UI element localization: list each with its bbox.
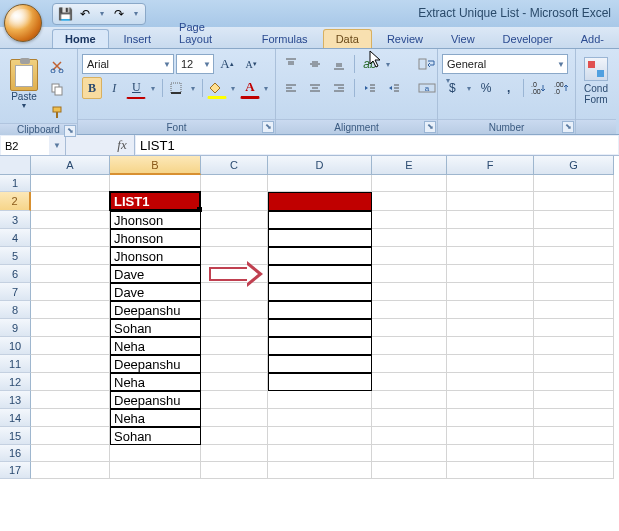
cell[interactable] xyxy=(268,247,372,265)
font-name-combo[interactable]: Arial▼ xyxy=(82,54,174,74)
tab-insert[interactable]: Insert xyxy=(111,29,165,48)
row-header[interactable]: 14 xyxy=(0,409,31,427)
cell[interactable] xyxy=(447,247,534,265)
tab-home[interactable]: Home xyxy=(52,29,109,48)
cell[interactable] xyxy=(31,355,110,373)
italic-button[interactable]: I xyxy=(104,77,124,99)
cell[interactable] xyxy=(201,409,268,427)
cell[interactable] xyxy=(447,462,534,479)
paste-button[interactable]: Paste ▼ xyxy=(4,53,44,117)
row-header[interactable]: 2 xyxy=(0,192,31,211)
cell[interactable]: Neha xyxy=(110,373,201,391)
cell[interactable] xyxy=(372,462,447,479)
row-header[interactable]: 10 xyxy=(0,337,31,355)
cell[interactable] xyxy=(201,319,268,337)
cell[interactable] xyxy=(268,355,372,373)
cell[interactable] xyxy=(201,445,268,462)
worksheet-grid[interactable]: ABCDEFG 1234567891011121314151617 LIST1J… xyxy=(0,156,619,531)
column-header[interactable]: C xyxy=(201,156,268,175)
cell[interactable] xyxy=(534,462,614,479)
cell[interactable] xyxy=(31,445,110,462)
accounting-button[interactable]: $ xyxy=(442,77,463,99)
cell[interactable] xyxy=(268,319,372,337)
cell[interactable]: Deepanshu xyxy=(110,301,201,319)
cell[interactable] xyxy=(268,211,372,229)
copy-button[interactable] xyxy=(46,78,68,100)
row-header[interactable]: 6 xyxy=(0,265,31,283)
cell[interactable] xyxy=(447,283,534,301)
cell[interactable] xyxy=(447,373,534,391)
cell[interactable]: Neha xyxy=(110,409,201,427)
row-header[interactable]: 11 xyxy=(0,355,31,373)
cell[interactable] xyxy=(447,427,534,445)
cell[interactable] xyxy=(201,391,268,409)
cell[interactable] xyxy=(201,337,268,355)
cell[interactable] xyxy=(31,283,110,301)
cell[interactable] xyxy=(372,211,447,229)
cell[interactable] xyxy=(372,355,447,373)
orientation-dropdown[interactable]: ▾ xyxy=(383,60,393,69)
cell[interactable] xyxy=(447,229,534,247)
merge-center-button[interactable]: a xyxy=(413,77,441,99)
underline-dropdown[interactable]: ▾ xyxy=(148,84,157,93)
accounting-dropdown[interactable]: ▾ xyxy=(465,84,474,93)
cell[interactable] xyxy=(31,192,110,211)
cell[interactable] xyxy=(372,301,447,319)
row-header[interactable]: 9 xyxy=(0,319,31,337)
cell[interactable] xyxy=(372,427,447,445)
fill-dropdown[interactable]: ▾ xyxy=(229,84,238,93)
tab-pagelayout[interactable]: Page Layout xyxy=(166,17,247,48)
cell[interactable] xyxy=(31,265,110,283)
redo-icon[interactable]: ↷ xyxy=(111,6,127,22)
row-header[interactable]: 8 xyxy=(0,301,31,319)
save-icon[interactable]: 💾 xyxy=(57,6,73,22)
alignment-launcher[interactable]: ⬊ xyxy=(424,121,436,133)
tab-review[interactable]: Review xyxy=(374,29,436,48)
cell[interactable] xyxy=(447,391,534,409)
cell[interactable] xyxy=(268,391,372,409)
number-format-combo[interactable]: General▼ xyxy=(442,54,568,74)
row-header[interactable]: 12 xyxy=(0,373,31,391)
cell[interactable] xyxy=(31,319,110,337)
cell[interactable] xyxy=(372,229,447,247)
cell[interactable] xyxy=(201,373,268,391)
formula-input[interactable] xyxy=(136,136,618,154)
cell[interactable] xyxy=(268,337,372,355)
column-header[interactable]: G xyxy=(534,156,614,175)
cell[interactable] xyxy=(268,192,372,211)
cell[interactable] xyxy=(447,319,534,337)
cell[interactable] xyxy=(201,229,268,247)
undo-dropdown[interactable]: ▾ xyxy=(97,9,107,18)
cell[interactable] xyxy=(534,319,614,337)
cell[interactable] xyxy=(447,301,534,319)
cell[interactable] xyxy=(534,373,614,391)
undo-icon[interactable]: ↶ xyxy=(77,6,93,22)
name-box[interactable]: ▼ xyxy=(0,135,66,155)
cell[interactable] xyxy=(534,445,614,462)
cell[interactable]: Deepanshu xyxy=(110,391,201,409)
cell[interactable] xyxy=(268,373,372,391)
cell[interactable] xyxy=(372,391,447,409)
tab-formulas[interactable]: Formulas xyxy=(249,29,321,48)
row-header[interactable]: 15 xyxy=(0,427,31,445)
cell[interactable] xyxy=(201,355,268,373)
tab-add[interactable]: Add- xyxy=(568,29,617,48)
borders-dropdown[interactable]: ▾ xyxy=(189,84,198,93)
cell[interactable] xyxy=(534,265,614,283)
cell[interactable] xyxy=(534,247,614,265)
comma-button[interactable]: , xyxy=(498,77,519,99)
align-center-button[interactable] xyxy=(304,77,326,99)
cell[interactable] xyxy=(372,175,447,192)
cell[interactable] xyxy=(534,301,614,319)
cell[interactable] xyxy=(372,409,447,427)
cell[interactable] xyxy=(268,283,372,301)
qat-customize[interactable]: ▾ xyxy=(131,9,141,18)
font-size-combo[interactable]: 12▼ xyxy=(176,54,214,74)
cell[interactable]: Sohan xyxy=(110,427,201,445)
cell[interactable]: Jhonson xyxy=(110,229,201,247)
row-header[interactable]: 1 xyxy=(0,175,31,192)
cut-button[interactable] xyxy=(46,55,68,77)
cell[interactable] xyxy=(534,283,614,301)
cell[interactable] xyxy=(268,409,372,427)
cell[interactable]: LIST1 xyxy=(110,192,201,211)
